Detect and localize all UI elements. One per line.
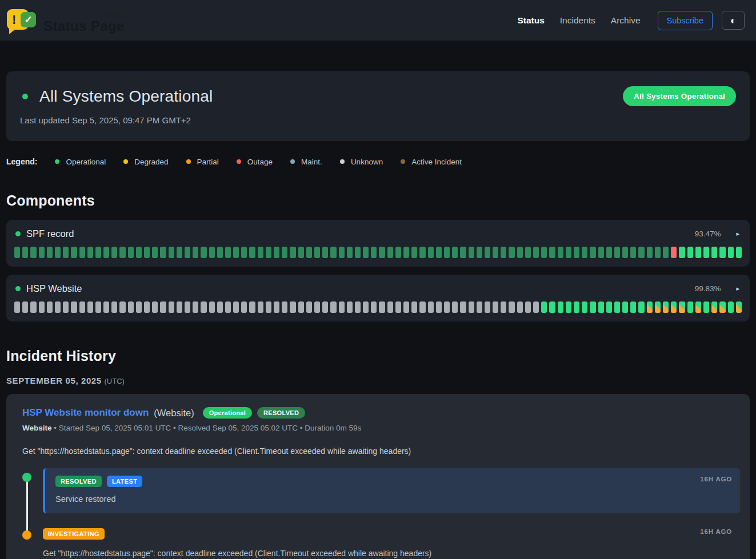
uptime-bar-muted [411,247,417,258]
uptime-bar-partial [647,301,653,313]
incident-date: SEPTEMBER 05, 2025 [6,376,102,385]
uptime-bar-nodata [87,301,93,313]
uptime-bar-muted [541,247,547,258]
uptime-bar-nodata [314,301,320,313]
uptime-bar-muted [87,247,93,258]
uptime-bar-nodata [509,301,514,313]
component-name: HSP Website [26,283,82,294]
theme-toggle-button[interactable]: ◐ [722,11,745,30]
uptime-bar-muted [436,247,442,258]
uptime-bar-muted [622,247,628,258]
uptime-bar-muted [55,247,61,258]
uptime-bar-nodata [177,301,182,313]
uptime-bar-nodata [298,301,304,313]
uptime-bar-muted [371,247,377,258]
uptime-bar-nodata [363,301,369,313]
uptime-bar-op [582,301,587,313]
uptime-bar-op [703,301,709,313]
uptime-bar-nodata [477,301,482,313]
uptime-bar-nodata [290,301,295,313]
uptime-bar-nodata [339,301,345,313]
legend-item-maint-: Maint. [290,158,322,166]
update-dot-green [22,473,31,482]
nav-item-incidents[interactable]: Incidents [560,15,595,26]
uptime-bar-muted [225,247,231,258]
status-page-logo-icon: ! ✓ [7,8,37,33]
uptime-bar-muted [144,247,150,258]
legend-dot [340,159,345,164]
uptime-bar-muted [22,247,28,258]
nav-item-status[interactable]: Status [517,15,544,26]
incident-date-heading: SEPTEMBER 05, 2025 (UTC) [6,376,750,385]
uptime-bar-nodata [330,301,336,313]
incident-title-link[interactable]: HSP Website monitor down [22,407,149,419]
main-nav: StatusIncidentsArchive [517,15,640,26]
uptime-bar-muted [549,247,555,258]
component-header-row[interactable]: SPF record93.47%▸ [14,228,742,239]
uptime-bar-nodata [39,301,45,313]
uptime-bar-nodata [241,301,247,313]
legend-dot [55,159,59,164]
uptime-bar-nodata [201,301,206,313]
uptime-bar-nodata [63,301,69,313]
uptime-bar-op [736,247,742,258]
uptime-bar-nodata [71,301,77,313]
expand-arrow-icon[interactable]: ▸ [736,285,739,292]
uptime-bar-muted [501,247,506,258]
uptime-bar-muted [217,247,223,258]
component-uptime-percent: 99.83% [695,284,721,293]
uptime-bar-op [711,247,717,258]
uptime-bar-muted [177,247,182,258]
uptime-bar-muted [103,247,109,258]
uptime-bar-muted [47,247,53,258]
legend-dot [237,159,241,164]
uptime-bar-op [703,247,709,258]
uptime-bar-muted [185,247,190,258]
uptime-bar-muted [517,247,523,258]
legend-item-operational: Operational [55,158,106,166]
uptime-bar-muted [282,247,287,258]
uptime-bar-muted [128,247,134,258]
resolved-status-pill: RESOLVED [257,407,305,419]
uptime-bar-op [598,301,604,313]
uptime-bar-muted [509,247,514,258]
uptime-bar-op [630,301,636,313]
component-uptime-percent: 93.47% [695,230,721,238]
uptime-bar-nodata [355,301,361,313]
uptime-bar-muted [160,247,166,258]
uptime-bar-muted [298,247,304,258]
uptime-bar-muted [379,247,385,258]
uptime-bar-muted [30,247,36,258]
uptime-bar-muted [387,247,393,258]
component-name: SPF record [26,228,74,239]
expand-arrow-icon[interactable]: ▸ [736,230,739,238]
uptime-bar-nodata [30,301,36,313]
uptime-bar-nodata [185,301,190,313]
component-status-dot [15,231,21,236]
uptime-bar-op [638,301,644,313]
brand-logo[interactable]: ! ✓ Status Page hosted [7,8,125,33]
uptime-bar-partial [655,301,661,313]
uptime-bar-muted [469,247,474,258]
subscribe-button[interactable]: Subscribe [658,11,713,30]
uptime-bar-outage [671,247,677,258]
uptime-bar-partial [711,301,717,313]
legend-title: Legend: [6,157,37,166]
uptime-bar-nodata [209,301,215,313]
legend-item-outage: Outage [237,158,273,166]
uptime-bar-op [614,301,620,313]
uptime-bar-nodata [160,301,166,313]
legend-label: Active Incident [411,158,462,166]
update-timestamp: 16H AGO [700,476,732,482]
uptime-bar-op [695,247,701,258]
uptime-bar-op [566,301,571,313]
nav-item-archive[interactable]: Archive [611,15,641,26]
incident-meta: Website • Started Sep 05, 2025 05:01 UTC… [16,424,740,432]
uptime-bar-nodata [111,301,117,313]
components-heading: Components [6,192,750,209]
uptime-bar-muted [266,247,271,258]
update-badge-row: RESOLVEDLATEST [55,476,730,487]
uptime-bar-nodata [460,301,466,313]
uptime-bar-nodata [79,301,85,313]
component-header-row[interactable]: HSP Website99.83%▸ [14,283,742,294]
